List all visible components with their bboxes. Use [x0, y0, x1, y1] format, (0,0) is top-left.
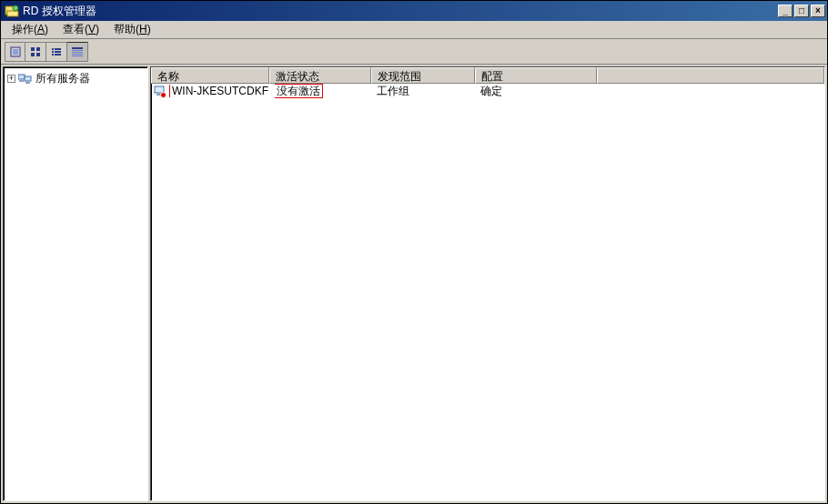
- servers-icon: [18, 72, 33, 85]
- cell-activation: 没有激活: [269, 84, 371, 99]
- svg-point-2: [13, 5, 18, 11]
- toolbar-details-button[interactable]: [67, 42, 88, 62]
- tree-pane[interactable]: + 所有服务器: [3, 66, 148, 501]
- tree-root-label: 所有服务器: [35, 71, 90, 86]
- menu-view-label: 查看: [63, 23, 85, 35]
- svg-rect-19: [72, 55, 83, 56]
- toolbar-small-icons-button[interactable]: [25, 42, 46, 62]
- svg-rect-1: [7, 11, 18, 16]
- svg-rect-18: [72, 54, 83, 55]
- menu-help-label: 帮助: [114, 23, 136, 35]
- close-button[interactable]: ×: [811, 5, 825, 17]
- menu-view[interactable]: 查看(V): [56, 20, 106, 39]
- menu-action-label: 操作: [12, 23, 34, 35]
- cell-name-text: WIN-JKESUTCDKFE: [169, 85, 269, 97]
- svg-rect-12: [55, 51, 61, 53]
- tree-expand-button[interactable]: +: [7, 75, 15, 83]
- menu-action[interactable]: 操作(A): [5, 20, 56, 39]
- toolbar-large-icons-button[interactable]: [5, 42, 25, 62]
- column-header-activation[interactable]: 激活状态: [269, 67, 371, 84]
- svg-rect-17: [72, 52, 83, 53]
- window-buttons: _ □ ×: [776, 5, 825, 17]
- svg-rect-6: [36, 47, 40, 51]
- menu-view-mnemonic: V: [88, 23, 96, 35]
- column-header-scope[interactable]: 发现范围: [371, 67, 475, 84]
- menu-action-mnemonic: A: [37, 23, 45, 35]
- cell-scope: 工作组: [371, 84, 475, 99]
- list-row[interactable]: WIN-JKESUTCDKFE 没有激活 工作组 确定: [151, 84, 824, 98]
- server-icon: [153, 85, 166, 97]
- content-area: + 所有服务器 名称 激活状态 发现范围 配置: [1, 65, 827, 503]
- titlebar: RD 授权管理器 _ □ ×: [1, 1, 827, 21]
- svg-rect-22: [19, 80, 24, 82]
- app-window: RD 授权管理器 _ □ × 操作(A) 查看(V) 帮助(H): [0, 0, 828, 504]
- svg-rect-20: [18, 75, 25, 79]
- row-icon-wrap: [151, 85, 166, 97]
- minimize-button[interactable]: _: [778, 5, 793, 17]
- column-header-config[interactable]: 配置: [475, 67, 597, 84]
- list-body[interactable]: WIN-JKESUTCDKFE 没有激活 工作组 确定: [151, 84, 824, 500]
- list-pane: 名称 激活状态 发现范围 配置: [150, 66, 825, 501]
- column-header-name[interactable]: 名称: [151, 67, 269, 84]
- svg-rect-4: [13, 49, 18, 55]
- svg-rect-7: [31, 53, 35, 56]
- column-header-pad: [597, 67, 824, 84]
- svg-rect-13: [52, 54, 54, 55]
- svg-rect-5: [31, 47, 35, 51]
- svg-rect-10: [55, 48, 61, 50]
- svg-rect-15: [72, 47, 83, 49]
- cell-config: 确定: [475, 84, 597, 99]
- svg-rect-11: [52, 51, 54, 53]
- svg-rect-21: [25, 76, 31, 81]
- menubar: 操作(A) 查看(V) 帮助(H): [1, 21, 827, 39]
- error-badge-icon: [160, 92, 167, 98]
- list-header: 名称 激活状态 发现范围 配置: [151, 67, 824, 84]
- toolbar-list-button[interactable]: [46, 42, 67, 62]
- svg-rect-23: [25, 82, 30, 84]
- window-title: RD 授权管理器: [23, 4, 776, 19]
- svg-rect-9: [52, 48, 54, 50]
- svg-rect-8: [36, 53, 40, 56]
- cell-name: WIN-JKESUTCDKFE: [166, 85, 269, 97]
- toolbar: [1, 39, 827, 65]
- app-icon: [5, 4, 19, 18]
- menu-help-mnemonic: H: [139, 23, 147, 35]
- tree-root-node[interactable]: + 所有服务器: [7, 71, 144, 86]
- svg-rect-16: [72, 50, 83, 51]
- cell-activation-text: 没有激活: [275, 84, 323, 98]
- maximize-button[interactable]: □: [794, 5, 809, 17]
- svg-rect-14: [55, 54, 61, 55]
- menu-help[interactable]: 帮助(H): [106, 20, 158, 39]
